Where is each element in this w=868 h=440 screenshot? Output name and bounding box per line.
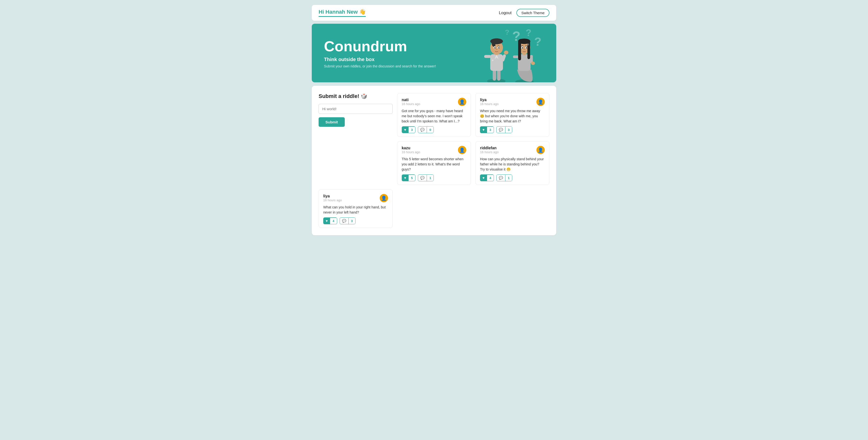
header: Hi Hannah New 👋 Logout Switch Theme <box>312 5 556 21</box>
like-button-r4[interactable]: ♥ 4 <box>480 174 494 181</box>
svg-point-5 <box>487 79 506 82</box>
card-username-r4: riddlefan <box>480 146 499 150</box>
heart-icon-r2: ♥ <box>480 127 487 133</box>
card-body-r2: When you need me you throw me away 🥴 but… <box>480 108 545 124</box>
like-count-r2: 3 <box>487 127 494 133</box>
card-actions-r4: ♥ 4 💬 1 <box>480 174 545 181</box>
card-time-r2: 16 hours ago <box>480 102 499 106</box>
card-username-r2: liya <box>480 98 499 102</box>
svg-text:?: ? <box>526 28 531 38</box>
banner-text-block: Conundrum Think outside the box Submit y… <box>324 38 544 68</box>
switch-theme-button[interactable]: Switch Theme <box>517 9 549 17</box>
logout-button[interactable]: Logout <box>499 10 512 15</box>
avatar-r2: 👤 <box>536 98 545 106</box>
heart-icon-r1: ♥ <box>402 127 408 133</box>
content-grid: Submit a riddle! 🎲 Submit nati 16 hours … <box>319 93 549 228</box>
comment-button-r5[interactable]: 💬 3 <box>340 217 355 224</box>
comment-count-r5: 3 <box>348 218 355 224</box>
banner-subtitle: Think outside the box <box>324 57 544 62</box>
card-user-r5: liya 16 hours ago <box>323 194 342 202</box>
like-count-r4: 4 <box>487 175 494 181</box>
like-button-r5[interactable]: ♥ 4 <box>323 217 337 224</box>
comment-icon-r2: 💬 <box>497 127 505 133</box>
comment-icon-r5: 💬 <box>340 218 348 224</box>
comment-button-r3[interactable]: 💬 1 <box>418 174 434 181</box>
banner-description: Submit your own riddles, or join the dis… <box>324 64 544 68</box>
card-header-r1: nati 16 hours ago 👤 <box>402 98 467 106</box>
heart-icon-r5: ♥ <box>323 218 330 224</box>
card-body-r3: This 5 letter word becomes shorter when … <box>402 157 467 172</box>
card-time-r3: 16 hours ago <box>402 150 420 154</box>
submit-button[interactable]: Submit <box>319 117 345 127</box>
heart-icon-r3: ♥ <box>402 175 408 181</box>
comment-count-r1: 0 <box>427 127 434 133</box>
header-actions: Logout Switch Theme <box>499 9 549 17</box>
card-user-r4: riddlefan 16 hours ago <box>480 146 499 154</box>
comment-count-r2: 3 <box>505 127 512 133</box>
card-header-r3: kazu 16 hours ago 👤 <box>402 146 467 154</box>
banner: Conundrum Think outside the box Submit y… <box>312 24 556 82</box>
card-time-r5: 16 hours ago <box>323 198 342 202</box>
card-body-r4: How can you physically stand behind your… <box>480 157 545 172</box>
avatar-r5: 👤 <box>380 194 388 202</box>
card-user-r3: kazu 16 hours ago <box>402 146 420 154</box>
comment-button-r2[interactable]: 💬 3 <box>496 126 512 133</box>
card-body-r5: What can you hold in your right hand, bu… <box>323 205 388 215</box>
banner-title: Conundrum <box>324 38 544 55</box>
card-username-r3: kazu <box>402 146 420 150</box>
greeting-text: Hi Hannah New 👋 <box>319 9 366 17</box>
like-count-r1: 3 <box>408 127 415 133</box>
like-button-r3[interactable]: ♥ 5 <box>402 174 416 181</box>
comment-button-r4[interactable]: 💬 1 <box>496 174 512 181</box>
like-button-r2[interactable]: ♥ 3 <box>480 126 494 133</box>
riddle-card-r3: kazu 16 hours ago 👤 This 5 letter word b… <box>397 141 471 185</box>
card-user-r2: liya 16 hours ago <box>480 98 499 106</box>
comment-icon-r4: 💬 <box>497 175 505 181</box>
card-actions-r5: ♥ 4 💬 3 <box>323 217 388 224</box>
submit-section: Submit a riddle! 🎲 Submit <box>319 93 393 185</box>
card-username-r1: nati <box>402 98 420 102</box>
riddle-card-r1: nati 16 hours ago 👤 Got one for you guys… <box>397 93 471 137</box>
main-content: Submit a riddle! 🎲 Submit nati 16 hours … <box>312 86 556 235</box>
comment-button-r1[interactable]: 💬 0 <box>418 126 434 133</box>
submit-title: Submit a riddle! 🎲 <box>319 93 393 99</box>
card-time-r4: 16 hours ago <box>480 150 499 154</box>
comment-count-r4: 1 <box>505 175 512 181</box>
card-user-r1: nati 16 hours ago <box>402 98 420 106</box>
comment-icon-r3: 💬 <box>418 175 427 181</box>
riddle-card-r5: liya 16 hours ago 👤 What can you hold in… <box>319 189 393 228</box>
card-header-r2: liya 16 hours ago 👤 <box>480 98 545 106</box>
heart-icon-r4: ♥ <box>480 175 487 181</box>
comment-count-r3: 1 <box>427 175 434 181</box>
avatar-r3: 👤 <box>458 146 466 154</box>
card-actions-r3: ♥ 5 💬 1 <box>402 174 467 181</box>
card-body-r1: Got one for you guys - many have heard m… <box>402 108 467 124</box>
like-button-r1[interactable]: ♥ 3 <box>402 126 416 133</box>
card-actions-r2: ♥ 3 💬 3 <box>480 126 545 133</box>
card-header-r4: riddlefan 16 hours ago 👤 <box>480 146 545 154</box>
riddle-input[interactable] <box>319 104 393 114</box>
like-count-r3: 5 <box>408 175 415 181</box>
card-header-r5: liya 16 hours ago 👤 <box>323 194 388 202</box>
riddle-card-r2: liya 16 hours ago 👤 When you need me you… <box>475 93 549 137</box>
like-count-r5: 4 <box>330 218 337 224</box>
riddle-card-r4: riddlefan 16 hours ago 👤 How can you phy… <box>475 141 549 185</box>
svg-text:?: ? <box>505 28 509 36</box>
card-username-r5: liya <box>323 194 342 198</box>
card-actions-r1: ♥ 3 💬 0 <box>402 126 467 133</box>
avatar-r1: 👤 <box>458 98 466 106</box>
card-time-r1: 16 hours ago <box>402 102 420 106</box>
avatar-r4: 👤 <box>536 146 545 154</box>
comment-icon-r1: 💬 <box>418 127 427 133</box>
